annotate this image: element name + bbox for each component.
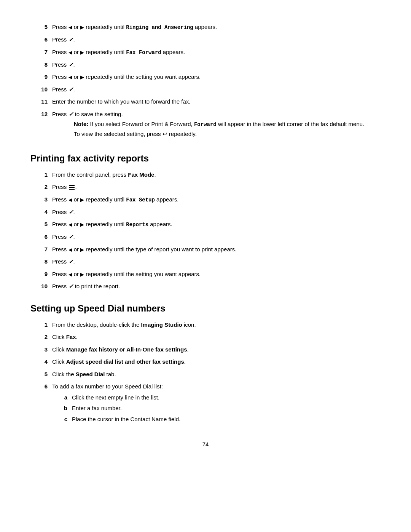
- pf-step-num-6: 6: [30, 233, 48, 241]
- page: 5 Press or repeatedly until Ringing and …: [0, 0, 411, 532]
- pf-step-num-8: 8: [30, 257, 48, 266]
- pf-step-num-3: 3: [30, 195, 48, 204]
- pf-step-content-2: Press .: [52, 183, 381, 192]
- pf-step-content-10: Press ✓ to print the report.: [52, 282, 381, 291]
- pf-step-content-1: From the control panel, press Fax Mode.: [52, 171, 381, 179]
- printing-fax-steps: 1 From the control panel, press Fax Mode…: [30, 171, 381, 291]
- step-content-5: Press or repeatedly until Ringing and An…: [52, 23, 381, 32]
- pf-step-content-3: Press or repeatedly until Fax Setup appe…: [52, 195, 381, 204]
- pf-step-5: 5 Press or repeatedly until Reports appe…: [30, 220, 381, 229]
- sd-step-content-1: From the desktop, double-click the Imagi…: [52, 321, 381, 329]
- code-forward: Forward: [194, 121, 217, 128]
- bold-fax-mode: Fax Mode: [128, 171, 154, 178]
- arrow-right-icon: [80, 24, 84, 30]
- step-num-6: 6: [30, 35, 48, 44]
- sd-step-content-6: To add a fax number to your Speed Dial l…: [52, 382, 381, 426]
- step-num-11: 11: [30, 97, 48, 106]
- sd-step-num-6: 6: [30, 382, 48, 391]
- step-num-9: 9: [30, 73, 48, 81]
- svg-rect-2: [69, 189, 75, 190]
- code-fax-setup: Fax Setup: [126, 197, 155, 203]
- sd-step-num-2: 2: [30, 333, 48, 342]
- page-number: 74: [30, 441, 381, 447]
- code-reports: Reports: [126, 222, 148, 228]
- sd-step-num-5: 5: [30, 370, 48, 379]
- arrow-left-icon-9: [68, 73, 72, 80]
- step-num-10: 10: [30, 85, 48, 94]
- arrow-right-pf5: [80, 221, 84, 227]
- arrow-left-pf3: [68, 196, 72, 203]
- sd-step-content-3: Click Manage fax history or All-In-One f…: [52, 345, 381, 354]
- arrow-right-pf3: [80, 196, 84, 203]
- checkmark-icon-10: ✓: [68, 86, 73, 93]
- pf-step-3: 3 Press or repeatedly until Fax Setup ap…: [30, 195, 381, 204]
- checkmark-icon-6: ✓: [68, 36, 73, 43]
- checkmark-icon-8: ✓: [68, 61, 73, 68]
- bold-manage-fax: Manage fax history or All-In-One fax set…: [66, 346, 187, 353]
- bold-adjust-speed-dial: Adjust speed dial list and other fax set…: [66, 358, 184, 365]
- speed-dial-steps: 1 From the desktop, double-click the Ima…: [30, 321, 381, 426]
- pf-step-num-9: 9: [30, 270, 48, 279]
- step-6: 6 Press ✓.: [30, 35, 381, 44]
- checkmark-pf10: ✓: [68, 283, 73, 289]
- pf-step-num-4: 4: [30, 208, 48, 217]
- pf-step-content-5: Press or repeatedly until Reports appear…: [52, 220, 381, 229]
- bold-fax: Fax: [66, 334, 76, 340]
- section-heading-printing-fax: Printing fax activity reports: [30, 153, 381, 164]
- sd-step-num-4: 4: [30, 358, 48, 366]
- pf-step-2: 2 Press .: [30, 183, 381, 192]
- bold-imaging-studio: Imaging Studio: [141, 321, 182, 328]
- arrow-left-icon: [68, 24, 72, 30]
- sub-letter-b: b: [52, 404, 67, 413]
- step-content-6: Press ✓.: [52, 35, 381, 44]
- sd-step-3: 3 Click Manage fax history or All-In-One…: [30, 345, 381, 354]
- continuation-steps: 5 Press or repeatedly until Ringing and …: [30, 23, 381, 141]
- sub-content-a: Click the next empty line in the list.: [72, 393, 159, 402]
- sub-content-b: Enter a fax number.: [72, 404, 122, 413]
- code-fax-forward: Fax Forward: [126, 50, 161, 56]
- sd-step-2: 2 Click Fax.: [30, 333, 381, 342]
- step-num-7: 7: [30, 48, 48, 57]
- pf-step-8: 8 Press ✓.: [30, 257, 381, 266]
- step-content-12: Press ✓ to save the setting. Note: If yo…: [52, 110, 381, 141]
- arrow-left-pf7: [68, 246, 72, 252]
- sd-step-content-2: Click Fax.: [52, 333, 381, 342]
- pf-step-content-8: Press ✓.: [52, 257, 381, 266]
- arrow-left-pf9: [68, 271, 72, 277]
- sd-step-5: 5 Click the Speed Dial tab.: [30, 370, 381, 379]
- sd-step-content-5: Click the Speed Dial tab.: [52, 370, 381, 379]
- step-content-11: Enter the number to which you want to fo…: [52, 97, 381, 106]
- step-num-8: 8: [30, 61, 48, 69]
- code-ringing-answering: Ringing and Answering: [126, 24, 193, 30]
- checkmark-pf6: ✓: [68, 233, 73, 240]
- sub-letter-c: c: [52, 415, 67, 424]
- sub-item-c: c Place the cursor in the Contact Name f…: [52, 415, 381, 424]
- sub-letter-a: a: [52, 393, 67, 402]
- note-line-2: To view the selected setting, press repe…: [74, 130, 381, 139]
- arrow-right-pf7: [80, 246, 84, 252]
- svg-rect-1: [69, 187, 75, 188]
- arrow-left-pf5: [68, 221, 72, 227]
- sd-step-num-1: 1: [30, 321, 48, 329]
- pf-step-6: 6 Press ✓.: [30, 233, 381, 241]
- pf-step-num-1: 1: [30, 171, 48, 179]
- pf-step-content-7: Press or repeatedly until the type of re…: [52, 245, 381, 254]
- sub-list-6: a Click the next empty line in the list.…: [52, 393, 381, 424]
- pf-step-num-7: 7: [30, 245, 48, 254]
- sd-step-6: 6 To add a fax number to your Speed Dial…: [30, 382, 381, 426]
- sub-content-c: Place the cursor in the Contact Name fie…: [72, 415, 180, 424]
- pf-step-num-10: 10: [30, 282, 48, 291]
- sd-step-content-4: Click Adjust speed dial list and other f…: [52, 358, 381, 366]
- pf-step-content-9: Press or repeatedly until the setting yo…: [52, 270, 381, 279]
- arrow-right-pf9: [80, 271, 84, 277]
- back-arrow-icon: [162, 131, 167, 137]
- pf-step-10: 10 Press ✓ to print the report.: [30, 282, 381, 291]
- arrow-right-icon-7: [80, 49, 84, 55]
- checkmark-pf8: ✓: [68, 258, 73, 265]
- checkmark-pf4: ✓: [68, 209, 73, 215]
- pf-step-9: 9 Press or repeatedly until the setting …: [30, 270, 381, 279]
- bold-speed-dial-tab: Speed Dial: [76, 371, 105, 377]
- note-label: Note:: [74, 121, 88, 127]
- svg-rect-0: [69, 185, 75, 186]
- pf-step-4: 4 Press ✓.: [30, 208, 381, 217]
